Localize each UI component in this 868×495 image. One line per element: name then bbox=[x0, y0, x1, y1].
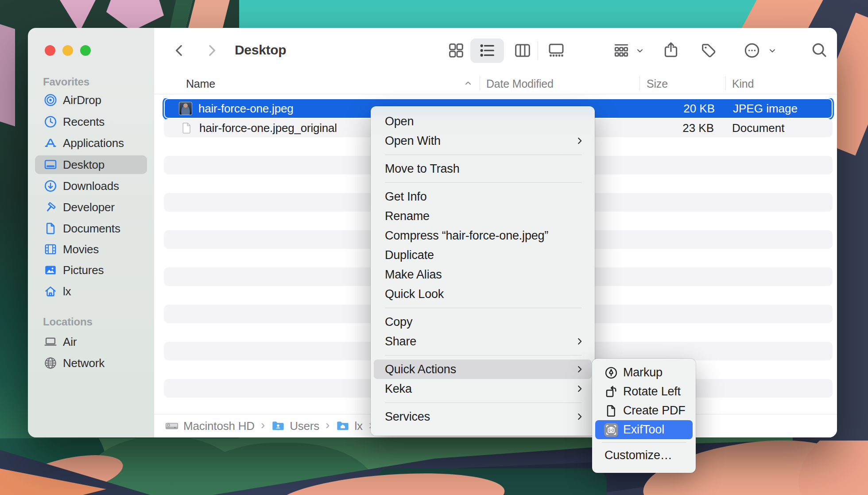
sidebar-item-air[interactable]: Air bbox=[35, 333, 147, 351]
markup-icon bbox=[604, 365, 619, 380]
menu-item-make-alias[interactable]: Make Alias bbox=[374, 265, 592, 284]
menu-item-rename[interactable]: Rename bbox=[374, 206, 592, 226]
search-button[interactable] bbox=[810, 41, 828, 59]
menu-item-move-to-trash[interactable]: Move to Trash bbox=[374, 159, 592, 178]
users-folder-icon bbox=[271, 419, 285, 433]
menu-divider bbox=[385, 355, 581, 356]
submenu-item-rotate-left[interactable]: Rotate Left bbox=[595, 382, 693, 401]
icon-view-button[interactable] bbox=[447, 42, 465, 59]
rotate-left-icon bbox=[604, 384, 619, 399]
submenu-item-create-pdf[interactable]: Create PDF bbox=[595, 401, 693, 420]
create-pdf-icon bbox=[604, 403, 619, 418]
download-circle-icon bbox=[43, 178, 58, 193]
sidebar-item-applications[interactable]: Applications bbox=[35, 134, 147, 152]
quick-actions-submenu: Markup Rotate Left Create PDF ExifTool C… bbox=[592, 359, 696, 473]
globe-icon bbox=[43, 356, 58, 371]
menu-item-open-with[interactable]: Open With bbox=[374, 131, 592, 151]
laptop-icon bbox=[43, 334, 58, 349]
column-divider[interactable] bbox=[725, 76, 726, 90]
jpeg-thumbnail-icon bbox=[179, 102, 192, 115]
sidebar-item-home-lx[interactable]: lx bbox=[35, 282, 147, 301]
film-icon bbox=[43, 242, 58, 257]
home-icon bbox=[43, 284, 58, 299]
path-separator: › bbox=[326, 418, 329, 432]
more-actions-chevron-icon bbox=[767, 46, 777, 56]
menu-divider bbox=[385, 182, 581, 183]
menu-item-quick-look[interactable]: Quick Look bbox=[374, 284, 592, 304]
list-view-button[interactable] bbox=[478, 42, 496, 59]
sort-ascending-icon bbox=[463, 78, 473, 88]
blank-document-icon bbox=[180, 121, 193, 135]
group-by-chevron-icon bbox=[635, 46, 645, 56]
sidebar-item-desktop[interactable]: Desktop bbox=[35, 155, 147, 174]
sidebar-section-favorites: Favorites bbox=[43, 76, 89, 87]
group-by-button[interactable] bbox=[612, 42, 631, 59]
menu-item-share[interactable]: Share bbox=[374, 332, 592, 351]
sidebar-item-pictures[interactable]: Pictures bbox=[35, 261, 147, 279]
document-icon bbox=[43, 221, 58, 236]
menu-item-open[interactable]: Open bbox=[374, 112, 592, 131]
column-divider[interactable] bbox=[639, 76, 640, 90]
hard-drive-icon bbox=[165, 419, 179, 433]
sidebar: Favorites AirDrop Recents Applications bbox=[28, 28, 154, 437]
column-header-date-modified[interactable]: Date Modified bbox=[486, 77, 554, 90]
menu-item-quick-actions[interactable]: Quick Actions bbox=[374, 360, 592, 379]
home-folder-icon bbox=[336, 419, 350, 433]
path-segment-macintosh-hd[interactable]: Macintosh HD bbox=[165, 419, 255, 433]
context-menu: Open Open With Move to Trash Get Info Re… bbox=[371, 106, 595, 436]
submenu-chevron-icon bbox=[575, 384, 585, 394]
menu-item-get-info[interactable]: Get Info bbox=[374, 187, 592, 206]
path-segment-lx[interactable]: lx bbox=[336, 419, 362, 433]
close-window-button[interactable] bbox=[45, 45, 55, 56]
share-button[interactable] bbox=[662, 41, 680, 59]
window-title: Desktop bbox=[235, 43, 286, 58]
sidebar-item-network[interactable]: Network bbox=[35, 354, 147, 372]
back-button[interactable] bbox=[172, 43, 187, 58]
exiftool-icon bbox=[604, 422, 619, 437]
column-header-kind[interactable]: Kind bbox=[732, 77, 754, 90]
menu-item-keka[interactable]: Keka bbox=[374, 379, 592, 398]
app-store-icon bbox=[43, 135, 58, 151]
submenu-item-exiftool[interactable]: ExifTool bbox=[595, 420, 693, 439]
path-segment-users[interactable]: Users bbox=[271, 419, 319, 433]
airdrop-icon bbox=[43, 93, 58, 108]
sidebar-item-developer[interactable]: Developer bbox=[35, 198, 147, 217]
sidebar-item-airdrop[interactable]: AirDrop bbox=[35, 91, 147, 109]
more-actions-button[interactable] bbox=[743, 42, 761, 59]
submenu-chevron-icon bbox=[575, 136, 585, 146]
sidebar-item-documents[interactable]: Documents bbox=[35, 219, 147, 238]
sidebar-item-movies[interactable]: Movies bbox=[35, 240, 147, 259]
sidebar-item-downloads[interactable]: Downloads bbox=[35, 177, 147, 195]
toolbar: Desktop bbox=[154, 28, 837, 73]
gallery-view-button[interactable] bbox=[547, 42, 565, 59]
sidebar-section-locations: Locations bbox=[43, 316, 93, 327]
submenu-item-customize[interactable]: Customize… bbox=[595, 446, 693, 465]
path-separator: › bbox=[261, 418, 265, 432]
menu-item-copy[interactable]: Copy bbox=[374, 312, 592, 332]
menu-divider bbox=[602, 442, 686, 443]
column-header-size[interactable]: Size bbox=[647, 77, 668, 90]
forward-button[interactable] bbox=[204, 43, 219, 58]
column-divider[interactable] bbox=[480, 76, 480, 90]
list-header-row: Name Date Modified Size Kind bbox=[154, 73, 837, 94]
minimize-window-button[interactable] bbox=[62, 45, 73, 56]
sidebar-item-recents[interactable]: Recents bbox=[35, 112, 147, 131]
menu-divider bbox=[385, 402, 581, 403]
submenu-chevron-icon bbox=[575, 364, 585, 374]
menu-item-services[interactable]: Services bbox=[374, 407, 592, 426]
submenu-item-markup[interactable]: Markup bbox=[595, 363, 693, 382]
zoom-window-button[interactable] bbox=[80, 45, 91, 56]
submenu-chevron-icon bbox=[575, 336, 585, 346]
desktop-icon bbox=[43, 157, 58, 172]
menu-divider bbox=[385, 155, 581, 155]
column-header-name[interactable]: Name bbox=[186, 77, 215, 90]
photo-icon bbox=[43, 263, 58, 278]
hammer-icon bbox=[43, 200, 58, 215]
menu-divider bbox=[385, 308, 581, 308]
menu-item-duplicate[interactable]: Duplicate bbox=[374, 245, 592, 265]
clock-icon bbox=[43, 114, 58, 129]
wallpaper-pink-leaf bbox=[0, 24, 15, 126]
menu-item-compress[interactable]: Compress “hair-force-one.jpeg” bbox=[374, 226, 592, 245]
column-view-button[interactable] bbox=[514, 42, 531, 59]
tags-button[interactable] bbox=[700, 42, 717, 59]
